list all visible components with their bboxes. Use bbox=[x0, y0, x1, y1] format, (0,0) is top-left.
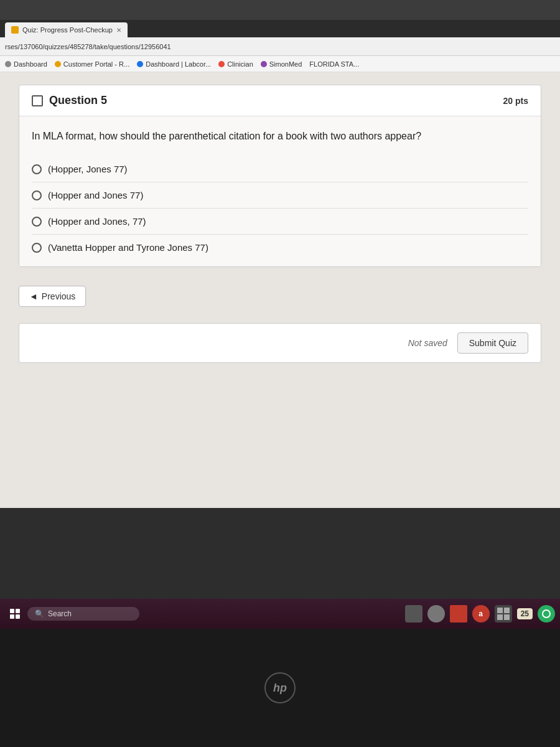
question-points: 20 pts bbox=[503, 96, 528, 106]
tab-bar: Quiz: Progress Post-Checkup ✕ bbox=[0, 20, 560, 37]
bookmark-label: SimonMed bbox=[269, 60, 302, 68]
submit-label: Submit Quiz bbox=[469, 338, 516, 348]
question-body: In MLA format, how should the parentheti… bbox=[19, 116, 541, 266]
taskbar-app-icon-3[interactable] bbox=[450, 605, 467, 622]
taskbar-system-icons: a 25 bbox=[405, 605, 555, 622]
browser-chrome bbox=[0, 0, 560, 20]
bookmark-label: Customer Portal - R... bbox=[63, 60, 129, 68]
tab-favicon bbox=[11, 26, 19, 34]
not-saved-status: Not saved bbox=[408, 338, 447, 348]
start-button[interactable] bbox=[5, 604, 25, 624]
question-title-row: Question 5 bbox=[32, 94, 107, 107]
tab-close-button[interactable]: ✕ bbox=[116, 27, 121, 34]
answer-option-2[interactable]: (Hopper and Jones 77) bbox=[32, 182, 528, 208]
answer-text-2: (Hopper and Jones 77) bbox=[48, 190, 143, 200]
bookmarks-bar: Dashboard Customer Portal - R... Dashboa… bbox=[0, 56, 560, 72]
bookmark-label: Dashboard bbox=[14, 60, 47, 68]
bookmark-simonmed[interactable]: SimonMed bbox=[261, 60, 302, 68]
radio-button-4[interactable] bbox=[32, 243, 42, 253]
bookmark-clinician[interactable]: Clinician bbox=[218, 60, 253, 68]
taskbar-app-icon-1[interactable] bbox=[405, 605, 422, 622]
windows-icon bbox=[10, 609, 20, 619]
bookmark-customer-portal[interactable]: Customer Portal - R... bbox=[55, 60, 129, 68]
active-tab[interactable]: Quiz: Progress Post-Checkup ✕ bbox=[5, 22, 128, 37]
radio-button-2[interactable] bbox=[32, 190, 42, 200]
taskbar-search-text: Search bbox=[48, 609, 72, 618]
dashboard-icon bbox=[5, 61, 11, 67]
hp-logo: hp bbox=[264, 672, 296, 703]
previous-arrow-icon: ◄ bbox=[29, 291, 38, 301]
bottom-bar: Not saved Submit Quiz bbox=[19, 323, 541, 363]
bookmark-label: FLORIDA STA... bbox=[309, 60, 359, 68]
previous-button[interactable]: ◄ Previous bbox=[19, 286, 86, 307]
answer-option-1[interactable]: (Hopper, Jones 77) bbox=[32, 156, 528, 182]
main-content: Question 5 20 pts In MLA format, how sho… bbox=[0, 72, 560, 508]
svg-point-0 bbox=[543, 610, 550, 618]
question-card: Question 5 20 pts In MLA format, how sho… bbox=[19, 85, 541, 267]
search-icon: 🔍 bbox=[35, 609, 44, 618]
taskbar-app-icon-2[interactable] bbox=[427, 605, 445, 622]
clinician-icon bbox=[218, 61, 225, 67]
bookmark-dashboard[interactable]: Dashboard bbox=[5, 60, 47, 68]
circle-icon-svg bbox=[541, 609, 551, 619]
question-header: Question 5 20 pts bbox=[19, 85, 541, 116]
answer-text-4: (Vanetta Hopper and Tyrone Jones 77) bbox=[48, 242, 208, 253]
address-text: rses/137060/quizzes/485278/take/question… bbox=[5, 43, 171, 50]
question-number: Question 5 bbox=[49, 94, 107, 107]
answer-option-3[interactable]: (Hopper and Jones, 77) bbox=[32, 208, 528, 234]
answer-text-1: (Hopper, Jones 77) bbox=[48, 164, 128, 174]
bookmark-label: Clinician bbox=[227, 60, 253, 68]
answer-option-4[interactable]: (Vanetta Hopper and Tyrone Jones 77) bbox=[32, 234, 528, 260]
address-bar[interactable]: rses/137060/quizzes/485278/take/question… bbox=[0, 37, 560, 56]
taskbar-circle-icon[interactable] bbox=[538, 605, 555, 622]
simonmed-icon bbox=[261, 61, 267, 67]
bookmark-labcor[interactable]: Dashboard | Labcor... bbox=[137, 60, 211, 68]
laptop-bezel: hp bbox=[0, 629, 560, 747]
taskbar: 🔍 Search a 25 bbox=[0, 599, 560, 629]
taskbar-badge-number: 25 bbox=[517, 608, 533, 619]
question-checkbox[interactable] bbox=[32, 95, 43, 106]
question-text: In MLA format, how should the parentheti… bbox=[32, 129, 528, 144]
radio-button-3[interactable] bbox=[32, 217, 42, 227]
previous-label: Previous bbox=[42, 291, 75, 301]
labcor-icon bbox=[137, 61, 143, 67]
portal-icon bbox=[55, 61, 61, 67]
answer-text-3: (Hopper and Jones, 77) bbox=[48, 216, 146, 227]
taskbar-search-bar[interactable]: 🔍 Search bbox=[27, 607, 139, 621]
submit-quiz-button[interactable]: Submit Quiz bbox=[457, 332, 528, 354]
radio-button-1[interactable] bbox=[32, 164, 42, 174]
bookmark-florida[interactable]: FLORIDA STA... bbox=[309, 60, 359, 68]
tab-label: Quiz: Progress Post-Checkup bbox=[22, 26, 113, 34]
taskbar-grid-icon[interactable] bbox=[495, 605, 512, 622]
navigation-buttons: ◄ Previous bbox=[19, 280, 541, 313]
bookmark-label: Dashboard | Labcor... bbox=[146, 60, 211, 68]
letter-a-icon[interactable]: a bbox=[472, 605, 490, 622]
